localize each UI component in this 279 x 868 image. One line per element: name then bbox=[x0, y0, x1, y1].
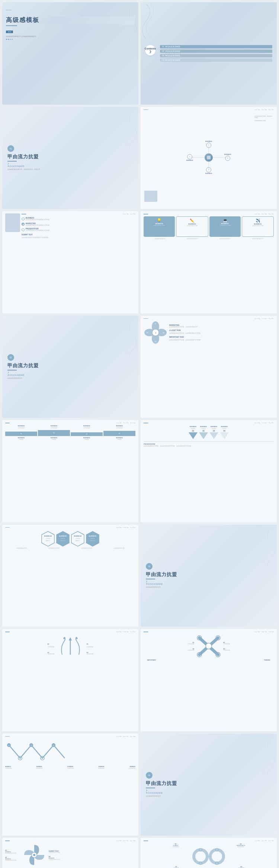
svg-point-51 bbox=[33, 854, 35, 856]
svg-text:04: 04 bbox=[42, 758, 43, 759]
section16-num: 04 bbox=[146, 772, 153, 779]
svg-text:点击此处: 点击此处 bbox=[46, 538, 50, 539]
slide-15: Your Title Your Title Your Title bbox=[2, 734, 138, 836]
contents-item-1: 01. 单击此处添加标题 bbox=[160, 45, 272, 48]
cover-year: 2023 bbox=[6, 31, 13, 33]
slide-3: 01 甲由流力抗盟 ❯ 单击此处添加副标题 点击此处添加内容文字，添加内容文字，… bbox=[2, 107, 138, 209]
slide-13: Your Title Your Title Your Title 03 点击此处… bbox=[2, 629, 138, 731]
section7-num: 02 bbox=[7, 354, 14, 361]
section3-subtitle: 单击此处添加副标题 bbox=[7, 165, 133, 167]
section7-subtitle: 单击此处添加副标题 bbox=[7, 374, 133, 376]
svg-text:BUSINESS: BUSINESS bbox=[74, 535, 82, 537]
svg-text:03: 03 bbox=[155, 341, 157, 343]
slide-14: Your Title Your Title Your Title 01 点击此处… bbox=[141, 629, 277, 731]
slide-11: Your Title Your Title Your Title BUSINES… bbox=[2, 525, 138, 627]
slide-7: 02 甲由流力抗盟 ❯ 单击此处添加副标题 点击此处添加内容文字 bbox=[2, 316, 138, 418]
section3-title: 甲由流力抗盟 bbox=[7, 153, 133, 160]
svg-text:点击此处: 点击此处 bbox=[76, 538, 80, 539]
slide-8: Your Title Your Title Your Title bbox=[141, 316, 277, 418]
section16-body: 点击此处添加内容文字 bbox=[146, 795, 187, 797]
svg-text:02: 02 bbox=[19, 758, 21, 759]
section3-body: 点击此处添加内容文字，添加内容文字，内容文字 bbox=[7, 168, 48, 171]
svg-marker-31 bbox=[69, 637, 72, 640]
section12-subtitle: 单击此处添加副标题 bbox=[146, 583, 272, 585]
svg-point-53 bbox=[210, 850, 224, 863]
svg-text:更改文字: 更改文字 bbox=[61, 540, 65, 541]
slide-10: Your Title Your Title Your Title BUSINES… bbox=[141, 420, 277, 522]
slide-5: Your Title Your Title BUSINESS 点击此处更改文字内… bbox=[2, 211, 138, 314]
svg-text:更改文字: 更改文字 bbox=[76, 540, 80, 541]
slide-16: 04 甲由流力抗盟 ❯ 单击此处添加副标题 点击此处添加内容文字 bbox=[141, 734, 277, 836]
svg-text:更改文字: 更改文字 bbox=[46, 540, 50, 541]
slide-18: Your Title Your Title Your Title 01 ELEM… bbox=[141, 838, 277, 868]
svg-text:05: 05 bbox=[53, 745, 54, 746]
svg-text:点击此处: 点击此处 bbox=[61, 538, 65, 539]
contents-label: Contents bbox=[145, 47, 156, 50]
svg-text:BUSINESS: BUSINESS bbox=[59, 535, 67, 537]
svg-point-39 bbox=[206, 643, 212, 649]
cover-subtitle: 点击此处更改标题文字 点击此处更改标题文字 bbox=[6, 35, 43, 37]
section7-body: 点击此处添加内容文字 bbox=[7, 377, 48, 379]
contents-item-4: 04. 单击此处添加标题 bbox=[160, 58, 272, 62]
svg-text:BUSINESS: BUSINESS bbox=[89, 535, 97, 537]
svg-text:BUSINESS: BUSINESS bbox=[44, 535, 52, 537]
svg-text:更改文字: 更改文字 bbox=[90, 540, 95, 541]
svg-text:01: 01 bbox=[8, 745, 10, 746]
slide-12: 03 甲由流力抗盟 ❯ 单击此处添加副标题 点击此处添加内容文字 bbox=[141, 525, 277, 627]
slide-1: 高级感模板 2023 点击此处更改标题文字 点击此处更改标题文字 bbox=[2, 2, 138, 105]
contents-item-2: 02. 单击此处添加标题 bbox=[160, 50, 272, 53]
svg-text:03: 03 bbox=[31, 745, 32, 746]
slide-17: Your Title Your Title Your Title 01 BUSI… bbox=[2, 838, 138, 868]
section7-title: 甲由流力抗盟 bbox=[7, 362, 133, 369]
svg-point-52 bbox=[194, 850, 207, 863]
slide-4: Your Title Your Title Your Title BUSINES… bbox=[141, 107, 277, 209]
slide-9: Your Title Your Title Your Title BUSINES… bbox=[2, 420, 138, 522]
svg-text:❯: ❯ bbox=[155, 332, 156, 334]
svg-text:01: 01 bbox=[155, 323, 157, 325]
section12-body: 点击此处添加内容文字 bbox=[146, 586, 187, 588]
section12-num: 03 bbox=[146, 563, 153, 570]
section16-title: 甲由流力抗盟 bbox=[146, 780, 272, 787]
svg-text:04: 04 bbox=[147, 332, 148, 334]
section16-subtitle: 单击此处添加副标题 bbox=[146, 792, 272, 794]
slide-6: Your Title Your Title Your Title 💡 BUSIN… bbox=[141, 211, 277, 314]
slide-2: Contents ❯ 01. 单击此处添加标题 02. 单击此处添加标题 03.… bbox=[141, 2, 277, 105]
section12-title: 甲由流力抗盟 bbox=[146, 571, 272, 578]
slide-grid: 高级感模板 2023 点击此处更改标题文字 点击此处更改标题文字 bbox=[0, 0, 279, 868]
svg-text:点击此处: 点击此处 bbox=[90, 538, 95, 539]
cover-title: 高级感模板 bbox=[6, 16, 135, 24]
svg-text:02: 02 bbox=[163, 332, 165, 334]
contents-item-3: 03. 单击此处添加标题 bbox=[160, 54, 272, 57]
